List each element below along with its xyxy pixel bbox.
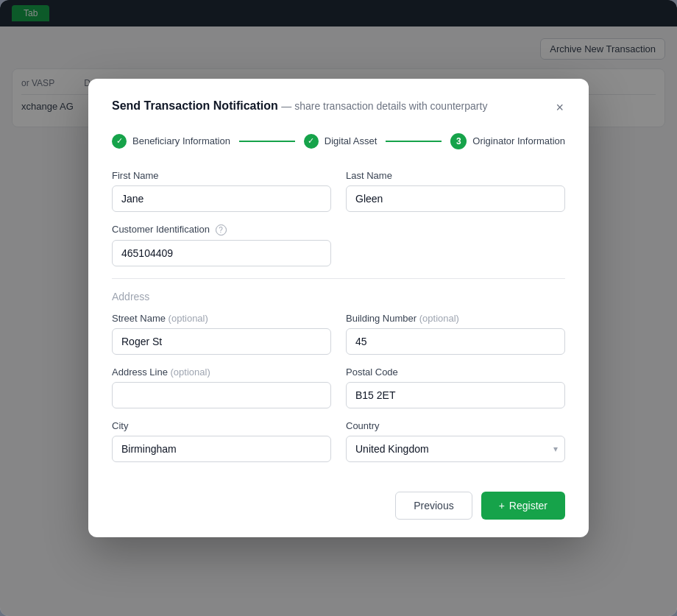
- postal-code-input[interactable]: [346, 382, 565, 408]
- register-plus-icon: +: [499, 500, 505, 511]
- address-postal-row: Address Line (optional) Postal Code: [112, 367, 565, 408]
- last-name-label: Last Name: [346, 170, 565, 181]
- step-1: ✓ Beneficiary Information: [112, 134, 230, 149]
- step-3: 3 Originator Information: [450, 133, 565, 149]
- postal-code-group: Postal Code: [346, 367, 565, 408]
- building-number-input[interactable]: [346, 328, 565, 355]
- register-button[interactable]: + Register: [481, 492, 565, 520]
- step-2: ✓ Digital Asset: [304, 134, 378, 149]
- street-name-optional: (optional): [169, 313, 208, 324]
- previous-button[interactable]: Previous: [395, 492, 472, 520]
- step-2-check-icon: ✓: [304, 134, 319, 149]
- building-number-optional: (optional): [419, 313, 459, 324]
- building-number-group: Building Number (optional): [346, 313, 565, 355]
- address-line-input[interactable]: [112, 382, 331, 408]
- address-line-label: Address Line (optional): [112, 367, 331, 378]
- step-connector-2: [386, 141, 442, 142]
- step-3-number-icon: 3: [450, 133, 467, 149]
- city-input[interactable]: [112, 436, 331, 462]
- step-1-label: Beneficiary Information: [132, 135, 230, 146]
- first-name-group: First Name: [112, 170, 331, 212]
- modal-subtitle: — share transaction details with counter…: [281, 100, 487, 112]
- modal: Send Transaction Notification — share tr…: [88, 79, 589, 537]
- step-1-check-icon: ✓: [112, 134, 127, 149]
- customer-id-help-icon[interactable]: ?: [216, 224, 227, 236]
- street-name-group: Street Name (optional): [112, 313, 331, 355]
- address-divider: [112, 278, 565, 279]
- customer-id-input[interactable]: [112, 240, 331, 266]
- close-button[interactable]: ×: [554, 99, 565, 116]
- street-name-label: Street Name (optional): [112, 313, 331, 324]
- last-name-input[interactable]: [346, 185, 565, 212]
- customer-id-row: Customer Identification ?: [112, 224, 565, 266]
- last-name-group: Last Name: [346, 170, 565, 212]
- city-group: City: [112, 420, 331, 462]
- country-group: Country United Kingdom United States Ger…: [346, 420, 565, 462]
- modal-footer: Previous + Register: [112, 480, 565, 520]
- address-section-title: Address: [112, 291, 565, 302]
- building-number-label: Building Number (optional): [346, 313, 565, 324]
- modal-overlay: Send Transaction Notification — share tr…: [0, 0, 677, 616]
- name-row: First Name Last Name: [112, 170, 565, 212]
- first-name-label: First Name: [112, 170, 331, 181]
- address-line-group: Address Line (optional): [112, 367, 331, 408]
- step-2-label: Digital Asset: [325, 135, 378, 146]
- step-connector-1: [239, 141, 295, 142]
- city-country-row: City Country United Kingdom United State…: [112, 420, 565, 462]
- city-label: City: [112, 420, 331, 431]
- customer-id-label: Customer Identification ?: [112, 224, 331, 236]
- country-select-wrapper: United Kingdom United States Germany Fra…: [346, 436, 565, 462]
- street-building-row: Street Name (optional) Building Number (…: [112, 313, 565, 355]
- modal-title: Send Transaction Notification: [112, 99, 278, 112]
- step-3-label: Originator Information: [472, 135, 565, 146]
- register-label: Register: [509, 500, 547, 511]
- postal-code-label: Postal Code: [346, 367, 565, 378]
- first-name-input[interactable]: [112, 185, 331, 212]
- address-line-optional: (optional): [171, 367, 210, 378]
- country-select[interactable]: United Kingdom United States Germany Fra…: [346, 436, 565, 462]
- country-label: Country: [346, 420, 565, 431]
- steps-indicator: ✓ Beneficiary Information ✓ Digital Asse…: [112, 133, 565, 149]
- street-name-input[interactable]: [112, 328, 331, 355]
- customer-id-group: Customer Identification ?: [112, 224, 331, 266]
